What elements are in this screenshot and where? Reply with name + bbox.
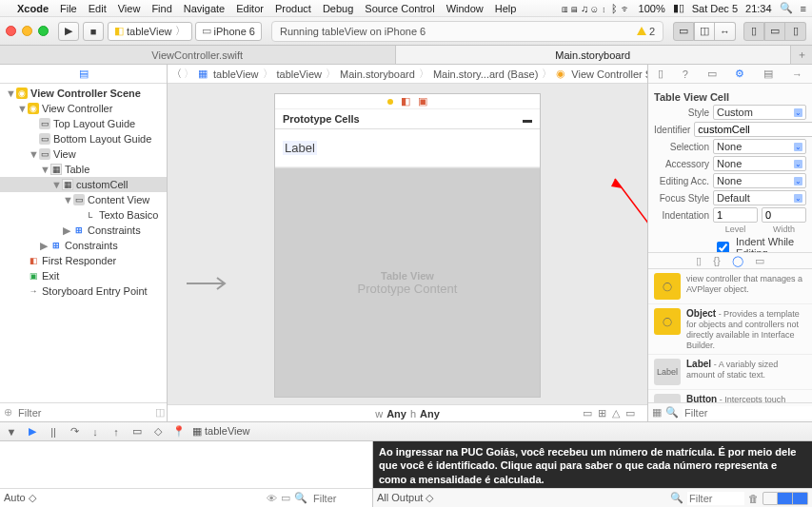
outline-row[interactable]: ▶⊞Constraints xyxy=(0,223,167,238)
scheme-target[interactable]: ◧ tableView 〉 xyxy=(108,22,192,41)
identifier-field[interactable] xyxy=(694,122,812,137)
menu-navigate[interactable]: Navigate xyxy=(184,3,225,14)
style-popup[interactable]: Custom⌄ xyxy=(713,105,806,120)
menu-window[interactable]: Window xyxy=(446,3,484,14)
ib-canvas[interactable]: ◧ ▣ Prototype Cells ▬ Label Table View P… xyxy=(168,84,647,404)
outline-filter-input[interactable] xyxy=(16,406,151,419)
view-debug-icon[interactable]: ▭ xyxy=(129,424,145,439)
resolve-icon[interactable]: △ xyxy=(612,407,620,419)
library-item[interactable]: ◯Button - Intercepts touch events and xyxy=(648,390,812,402)
lib-grid-icon[interactable]: ▦ xyxy=(652,406,662,419)
cell-label[interactable]: Label xyxy=(283,141,317,155)
filter-scope-icon[interactable]: ◫ xyxy=(155,406,165,419)
align-icon[interactable]: ▭ xyxy=(583,407,592,419)
selection-popup[interactable]: None⌄ xyxy=(713,139,806,154)
scene-root[interactable]: ▼◉View Controller Scene xyxy=(0,86,167,101)
outline-tree[interactable]: ▼◉View Controller Scene ▼◉View Controlle… xyxy=(0,84,167,402)
size-inspector-icon[interactable]: ▤ xyxy=(763,68,773,80)
focus-popup[interactable]: Default⌄ xyxy=(713,190,806,205)
minimize-window-icon[interactable] xyxy=(22,26,32,36)
continue-icon[interactable]: || xyxy=(46,424,61,439)
show-vars-button[interactable] xyxy=(762,492,778,505)
pin-icon[interactable]: ⊞ xyxy=(598,407,606,419)
outline-row[interactable]: ▼▭Content View xyxy=(0,192,167,207)
resize-icon[interactable]: ▭ xyxy=(625,407,635,419)
editing-popup[interactable]: None⌄ xyxy=(713,173,806,188)
auto-scope-popup[interactable]: Auto ◇ xyxy=(4,492,36,504)
toggle-utilities-button[interactable]: ▯ xyxy=(785,22,806,41)
spotlight-icon[interactable]: 🔍 xyxy=(780,2,793,14)
help-inspector-icon[interactable]: ? xyxy=(683,68,688,80)
library-item[interactable]: ◯view controller that manages a AVPlayer… xyxy=(648,269,812,304)
scene-dock[interactable]: ◧ ▣ xyxy=(275,94,540,109)
file-inspector-icon[interactable]: ▯ xyxy=(658,68,663,80)
menu-extra-icon[interactable]: ≡ xyxy=(801,3,806,14)
attributes-inspector-icon[interactable]: ⚙ xyxy=(735,68,744,80)
code-snippet-lib-icon[interactable]: {} xyxy=(713,255,720,266)
file-template-lib-icon[interactable]: ▯ xyxy=(696,255,702,267)
outline-row[interactable]: ▶⊞Constraints xyxy=(0,238,167,253)
menu-file[interactable]: File xyxy=(60,3,77,14)
outline-row[interactable]: ▭Bottom Layout Guide xyxy=(0,131,167,146)
run-button[interactable]: ▶ xyxy=(58,22,79,41)
trash-icon[interactable]: 🗑 xyxy=(748,493,759,504)
library-filter-input[interactable] xyxy=(683,406,812,419)
step-over-icon[interactable]: ↷ xyxy=(67,424,82,439)
outline-row[interactable]: LTexto Basico xyxy=(0,207,167,223)
breakpoints-icon[interactable]: ▶ xyxy=(25,424,40,439)
outline-row[interactable]: ▣Exit xyxy=(0,268,167,283)
show-console-button[interactable] xyxy=(793,492,808,505)
variables-view[interactable]: Auto ◇ 👁 ▭ 🔍 xyxy=(0,441,373,507)
jump-fwd-icon[interactable]: 〉 xyxy=(184,67,194,81)
vars-filter-input[interactable] xyxy=(311,492,368,505)
console-filter-input[interactable] xyxy=(687,492,744,505)
close-window-icon[interactable] xyxy=(6,26,16,36)
outline-nav-icon[interactable]: ▤ xyxy=(77,68,90,81)
new-tab-button[interactable]: ＋ xyxy=(791,46,812,64)
exit-dock-icon[interactable]: ▣ xyxy=(418,95,427,107)
accessory-popup[interactable]: None⌄ xyxy=(713,156,806,171)
vc-dock-icon[interactable] xyxy=(387,99,393,105)
outline-row[interactable]: ▼◉View Controller xyxy=(0,101,167,116)
menu-app[interactable]: Xcode xyxy=(17,3,49,14)
connections-inspector-icon[interactable]: → xyxy=(792,68,802,80)
scheme-device[interactable]: ▭ iPhone 6 xyxy=(195,22,262,41)
library-item[interactable]: ◯Object - Provides a template for object… xyxy=(648,304,812,355)
menu-help[interactable]: Help xyxy=(495,3,517,14)
memory-icon[interactable]: ◇ xyxy=(150,424,166,439)
editor-standard-button[interactable]: ▭ xyxy=(673,22,694,41)
stop-button[interactable]: ■ xyxy=(83,22,104,41)
issues-indicator[interactable]: 2 xyxy=(637,26,655,37)
console-output[interactable]: Ao ingressar na PUC Goiás, você recebeu … xyxy=(373,441,812,488)
hide-debug-icon[interactable]: ▼ xyxy=(4,424,19,439)
menu-edit[interactable]: Edit xyxy=(89,3,107,14)
menu-debug[interactable]: Debug xyxy=(323,3,353,14)
tab-storyboard[interactable]: Main.storyboard xyxy=(396,46,792,64)
view-controller-canvas[interactable]: ◧ ▣ Prototype Cells ▬ Label Table View P… xyxy=(274,93,541,398)
location-icon[interactable]: 📍 xyxy=(171,424,187,439)
outline-row[interactable]: →Storyboard Entry Point xyxy=(0,283,167,299)
outline-row[interactable]: ▼▦customCell xyxy=(0,177,167,192)
outline-row[interactable]: ▼▦Table xyxy=(0,162,167,177)
outline-row[interactable]: ▼▭View xyxy=(0,146,167,162)
menu-product[interactable]: Product xyxy=(275,3,311,14)
media-lib-icon[interactable]: ▭ xyxy=(755,255,764,267)
outline-row[interactable]: ▭Top Layout Guide xyxy=(0,116,167,131)
menu-source-control[interactable]: Source Control xyxy=(365,3,434,14)
quicklook-icon[interactable]: 👁 xyxy=(267,493,277,504)
output-popup[interactable]: All Output ◇ xyxy=(377,492,433,504)
editor-assistant-button[interactable]: ◫ xyxy=(694,22,715,41)
step-in-icon[interactable]: ↓ xyxy=(88,424,103,439)
indent-editing-check[interactable] xyxy=(717,242,729,253)
outline-row[interactable]: ◧First Responder xyxy=(0,253,167,268)
library-item[interactable]: LabelLabel - A variably sized amount of … xyxy=(648,355,812,390)
identity-inspector-icon[interactable]: ▭ xyxy=(707,68,717,80)
jump-bar[interactable]: 〈 〉 ▦ tableView〉 tableView〉 Main.storybo… xyxy=(168,65,647,84)
menu-editor[interactable]: Editor xyxy=(236,3,264,14)
size-class-bar[interactable]: wAny hAny ▭ ⊞ △ ▭ xyxy=(168,404,647,421)
object-library[interactable]: ◯view controller that manages a AVPlayer… xyxy=(648,269,812,402)
step-out-icon[interactable]: ↑ xyxy=(109,424,124,439)
indent-width-field[interactable] xyxy=(762,207,806,223)
menu-find[interactable]: Find xyxy=(151,3,171,14)
indent-level-field[interactable] xyxy=(713,207,758,223)
